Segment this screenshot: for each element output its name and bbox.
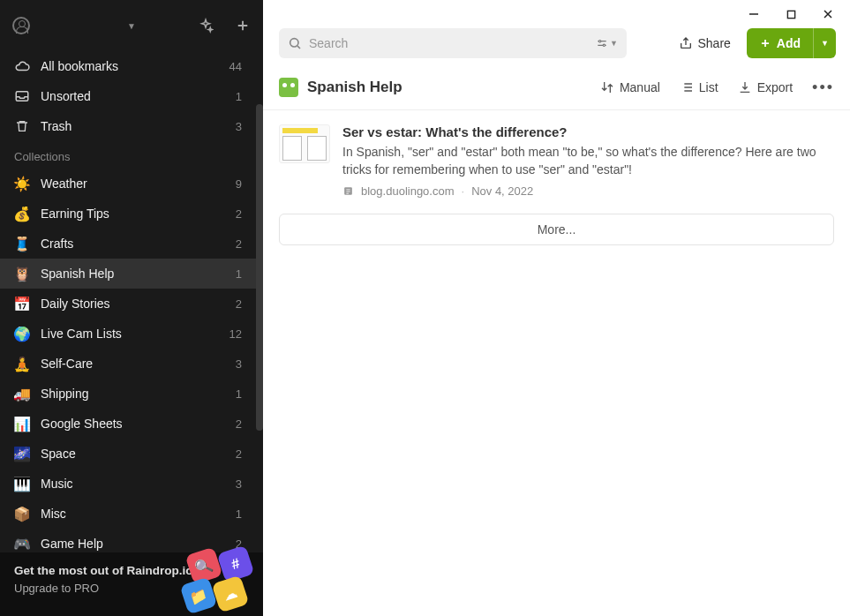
sidebar-item-label: Crafts [41, 237, 236, 251]
sidebar-item-misc[interactable]: 📦Misc1 [0, 499, 263, 529]
search-input[interactable] [302, 36, 596, 50]
article-icon [342, 185, 354, 197]
minimize-button[interactable] [748, 8, 760, 20]
bookmark-date: Nov 4, 2022 [471, 184, 533, 198]
sidebar-item-label: Music [41, 477, 236, 491]
sidebar-item-label: Trash [41, 119, 236, 133]
svg-rect-1 [787, 11, 794, 18]
toolbar: ▼ Share Add ▼ [263, 25, 850, 69]
sidebar-item-label: Spanish Help [41, 267, 236, 281]
search-box[interactable]: ▼ [279, 28, 627, 58]
sidebar-item-count: 1 [236, 267, 249, 281]
sidebar-item-weather[interactable]: ☀️Weather9 [0, 169, 263, 199]
list-icon [680, 80, 694, 94]
avatar[interactable] [12, 17, 30, 34]
sidebar-item-count: 1 [236, 90, 249, 103]
sidebar-item-label: Misc [41, 507, 236, 521]
collection-icon [279, 78, 298, 97]
collection-emoji-icon: 🦉 [14, 266, 30, 282]
sidebar-list: All bookmarks 44 Unsorted 1 Trash 3 Coll… [0, 51, 263, 552]
collection-emoji-icon: 🧘 [14, 356, 30, 372]
sidebar-item-daily-stories[interactable]: 📅Daily Stories2 [0, 289, 263, 319]
sort-button[interactable]: Manual [600, 80, 660, 94]
collection-emoji-icon: ☀️ [14, 176, 30, 192]
sidebar-item-self-care[interactable]: 🧘Self-Care3 [0, 349, 263, 379]
account-caret-icon[interactable]: ▼ [127, 21, 136, 31]
more-button[interactable]: More... [279, 214, 834, 245]
sidebar-item-all-bookmarks[interactable]: All bookmarks 44 [0, 51, 263, 81]
sparkle-icon[interactable] [198, 18, 214, 34]
collection-emoji-icon: 📅 [14, 296, 30, 312]
window-titlebar [263, 0, 850, 25]
collection-emoji-icon: 📊 [14, 416, 30, 432]
maximize-button[interactable] [785, 8, 797, 20]
more-icon: ••• [812, 79, 834, 96]
sidebar-item-trash[interactable]: Trash 3 [0, 111, 263, 141]
sidebar-item-count: 2 [236, 207, 249, 221]
sort-icon [600, 80, 614, 94]
sidebar-item-count: 3 [236, 120, 249, 133]
bookmark-item[interactable]: Ser vs estar: What's the difference? In … [279, 124, 834, 198]
bookmark-thumbnail [279, 124, 330, 163]
sidebar-item-unsorted[interactable]: Unsorted 1 [0, 81, 263, 111]
tile-folder-icon: 📁 [180, 577, 218, 615]
sidebar-item-label: Weather [41, 177, 236, 191]
inbox-icon [14, 88, 30, 104]
collection-emoji-icon: 🎮 [14, 536, 30, 552]
sidebar-item-label: Self-Care [41, 357, 236, 371]
sidebar-item-count: 44 [229, 60, 249, 73]
sidebar-item-earning-tips[interactable]: 💰Earning Tips2 [0, 199, 263, 229]
view-button[interactable]: List [680, 80, 718, 94]
main-panel: ▼ Share Add ▼ Spanish Help Manual Lis [263, 0, 850, 616]
scrollbar[interactable] [256, 104, 263, 431]
sidebar-item-label: Unsorted [41, 89, 236, 103]
add-label: Add [777, 36, 801, 50]
share-label: Share [698, 36, 731, 50]
sidebar: ▼ All bookmarks 44 Unsorted 1 Trash 3 [0, 0, 263, 616]
sidebar-item-label: All bookmarks [41, 59, 229, 73]
collection-emoji-icon: 🧵 [14, 236, 30, 252]
sidebar-item-count: 1 [236, 387, 249, 401]
sidebar-item-label: Space [41, 447, 236, 461]
sidebar-item-crafts[interactable]: 🧵Crafts2 [0, 229, 263, 259]
add-button-main[interactable]: Add [747, 28, 813, 58]
sidebar-item-count: 12 [229, 327, 249, 341]
sidebar-item-label: Shipping [41, 387, 236, 401]
sidebar-item-count: 2 [236, 447, 249, 461]
collection-emoji-icon: 🌌 [14, 446, 30, 462]
sidebar-item-count: 3 [236, 357, 249, 371]
export-icon [738, 80, 752, 94]
sidebar-item-music[interactable]: 🎹Music3 [0, 469, 263, 499]
bookmark-source: blog.duolingo.com [361, 184, 455, 198]
svg-point-3 [599, 41, 601, 42]
trash-icon [14, 118, 30, 134]
share-button[interactable]: Share [675, 31, 734, 56]
collection-title: Spanish Help [307, 79, 600, 96]
sidebar-item-live-cam-lists[interactable]: 🌍Live Cam Lists12 [0, 319, 263, 349]
export-button[interactable]: Export [738, 80, 793, 94]
sidebar-header: ▼ [0, 0, 263, 51]
sidebar-item-google-sheets[interactable]: 📊Google Sheets2 [0, 409, 263, 439]
bookmark-description: In Spanish, "ser" and "estar" both mean … [342, 143, 834, 179]
sidebar-item-game-help[interactable]: 🎮Game Help2 [0, 529, 263, 552]
share-icon [679, 36, 693, 50]
export-label: Export [757, 80, 793, 94]
add-button-dropdown[interactable]: ▼ [813, 28, 836, 58]
search-icon [288, 36, 302, 50]
collection-emoji-icon: 🌍 [14, 326, 30, 342]
bookmark-meta: blog.duolingo.com · Nov 4, 2022 [342, 184, 834, 198]
add-button[interactable]: Add ▼ [747, 28, 836, 58]
more-button[interactable]: ••• [812, 79, 834, 97]
cloud-icon [14, 58, 30, 74]
sidebar-item-space[interactable]: 🌌Space2 [0, 439, 263, 469]
close-button[interactable] [822, 8, 834, 20]
plus-icon [759, 37, 771, 49]
collection-emoji-icon: 📦 [14, 506, 30, 522]
sidebar-item-spanish-help[interactable]: 🦉Spanish Help1 [0, 259, 263, 289]
sidebar-item-shipping[interactable]: 🚚Shipping1 [0, 379, 263, 409]
search-options-icon[interactable]: ▼ [596, 37, 618, 49]
sidebar-item-count: 2 [236, 417, 249, 431]
sidebar-item-count: 3 [236, 477, 249, 491]
promo-banner[interactable]: Get the most out of Raindrop.io Upgrade … [0, 552, 263, 616]
plus-icon[interactable] [235, 18, 251, 34]
